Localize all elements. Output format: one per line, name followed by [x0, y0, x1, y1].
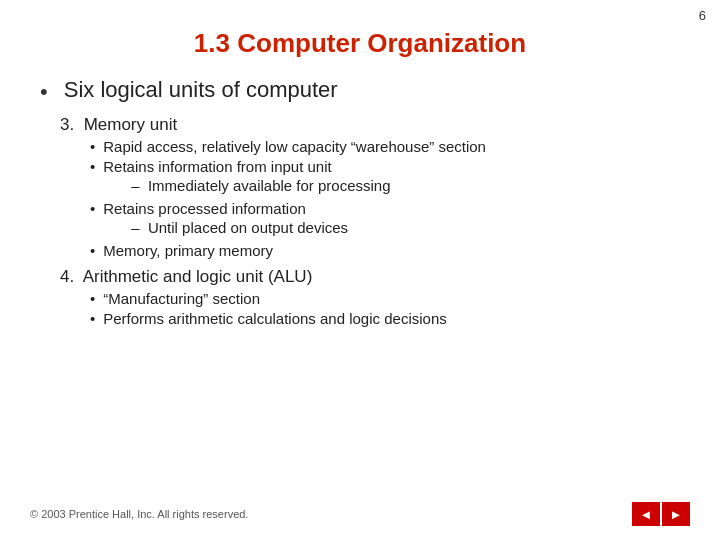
slide-title: 1.3 Computer Organization [0, 28, 720, 59]
bullet-text: “Manufacturing” section [103, 290, 260, 307]
item-3: 3. Memory unit • Rapid access, relativel… [60, 115, 690, 259]
bullet-text: – Until placed on output devices [131, 219, 348, 236]
footer: © 2003 Prentice Hall, Inc. All rights re… [0, 502, 720, 526]
item-4-bullets: • “Manufacturing” section • Performs ari… [90, 290, 690, 327]
sub-sub-bullets: – Until placed on output devices [131, 219, 348, 236]
list-item: • Retains processed information – Until … [90, 200, 690, 239]
next-arrow-icon: ► [670, 508, 683, 521]
nav-buttons: ◄ ► [632, 502, 690, 526]
bullet-text: – Immediately available for processing [131, 177, 390, 194]
bullet-text: Performs arithmetic calculations and log… [103, 310, 446, 327]
list-item: • “Manufacturing” section [90, 290, 690, 307]
item-4-header: 4. Arithmetic and logic unit (ALU) [60, 267, 312, 286]
list-item: – Until placed on output devices [131, 219, 348, 236]
list-item: • Memory, primary memory [90, 242, 690, 259]
item-3-bullets: • Rapid access, relatively low capacity … [90, 138, 690, 259]
list-item: • Performs arithmetic calculations and l… [90, 310, 690, 327]
main-bullet-text: Six logical units of computer [64, 77, 338, 103]
list-item: • Rapid access, relatively low capacity … [90, 138, 690, 155]
copyright-text: © 2003 Prentice Hall, Inc. All rights re… [30, 508, 632, 520]
sub-sub-bullets: – Immediately available for processing [131, 177, 390, 194]
bullet-text: Retains information from input unit [103, 158, 331, 175]
list-item: • Retains information from input unit – … [90, 158, 690, 197]
main-bullet: • Six logical units of computer [40, 77, 720, 105]
content-area: 3. Memory unit • Rapid access, relativel… [50, 115, 690, 327]
item-3-header: 3. Memory unit [60, 115, 177, 134]
slide-number: 6 [699, 8, 706, 23]
item-4: 4. Arithmetic and logic unit (ALU) • “Ma… [60, 267, 690, 327]
bullet-dot: • [40, 79, 48, 105]
bullet-text: Retains processed information [103, 200, 306, 217]
prev-button[interactable]: ◄ [632, 502, 660, 526]
next-button[interactable]: ► [662, 502, 690, 526]
list-item: – Immediately available for processing [131, 177, 390, 194]
bullet-text: Rapid access, relatively low capacity “w… [103, 138, 486, 155]
prev-arrow-icon: ◄ [640, 508, 653, 521]
bullet-text: Memory, primary memory [103, 242, 273, 259]
